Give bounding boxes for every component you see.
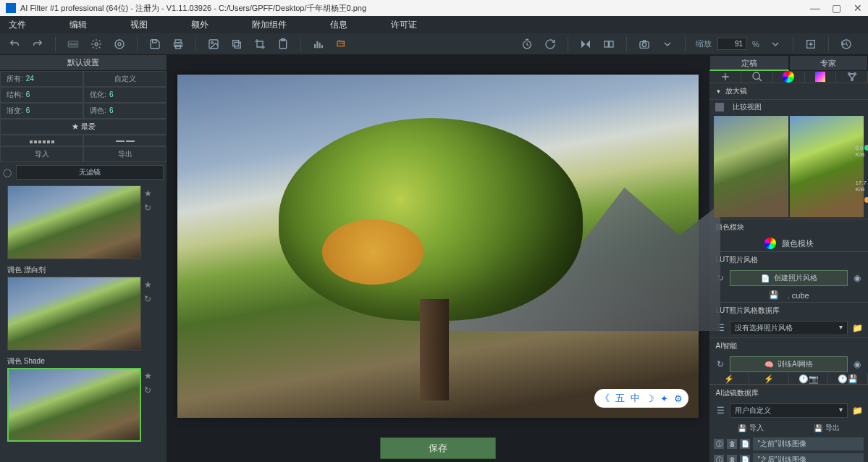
crop-icon[interactable] bbox=[250, 35, 270, 53]
info-icon[interactable]: ⓘ bbox=[714, 455, 724, 462]
ime-gear-icon[interactable]: ⚙ bbox=[674, 393, 683, 404]
raw-icon[interactable]: RAW bbox=[63, 35, 83, 53]
bolt-icon[interactable]: ⚡ bbox=[749, 374, 789, 384]
export-button[interactable]: 导出 bbox=[83, 146, 167, 162]
clock-camera-icon[interactable]: 🕐📷 bbox=[789, 374, 829, 384]
print-icon[interactable] bbox=[168, 35, 188, 53]
compare-box-icon[interactable] bbox=[715, 103, 724, 112]
ime-sparkle-icon[interactable]: ✦ bbox=[660, 393, 668, 404]
ai-export-button[interactable]: 💾导出 bbox=[791, 421, 864, 434]
layers-icon[interactable] bbox=[227, 35, 247, 53]
gear2-icon[interactable] bbox=[109, 35, 130, 53]
preset-thumbnail-2[interactable] bbox=[7, 277, 141, 350]
maximize-button[interactable]: ▢ bbox=[832, 3, 840, 13]
history-icon[interactable] bbox=[836, 35, 856, 53]
star-icon[interactable]: ★ bbox=[144, 280, 152, 290]
fit-icon[interactable] bbox=[801, 35, 821, 53]
folder-icon[interactable]: 📁 bbox=[851, 406, 864, 416]
before-image-label[interactable]: "之前"训练图像 bbox=[753, 437, 864, 450]
grid-view-icon[interactable] bbox=[0, 135, 83, 146]
menu-license[interactable]: 许可证 bbox=[391, 19, 417, 31]
create-lut-button[interactable]: 📄创建照片风格 bbox=[730, 270, 848, 286]
compare-preview[interactable]: 0.0K/B 17.7K/B bbox=[709, 114, 868, 219]
gear-icon[interactable] bbox=[86, 35, 106, 53]
preset-thumbnail-1[interactable] bbox=[7, 185, 141, 259]
ime-opt-2[interactable]: 中 bbox=[631, 392, 640, 405]
ime-overlay[interactable]: 《 五 中 ☽ ✦ ⚙ bbox=[594, 389, 688, 408]
image-icon[interactable] bbox=[203, 35, 224, 53]
close-button[interactable]: ✕ bbox=[854, 3, 862, 13]
filter-dropdown[interactable]: 无滤镜 bbox=[16, 165, 164, 180]
magnifier-section[interactable]: ▼放大镜 bbox=[709, 83, 868, 100]
menu-extra[interactable]: 额外 bbox=[191, 19, 208, 31]
color-wheel-icon[interactable] bbox=[764, 238, 776, 249]
ime-moon-icon[interactable]: ☽ bbox=[646, 393, 654, 404]
histogram-icon[interactable] bbox=[308, 35, 329, 53]
list-view-icon[interactable] bbox=[83, 135, 167, 146]
save-button[interactable]: 保存 bbox=[380, 437, 496, 459]
rotate-icon[interactable] bbox=[540, 35, 560, 53]
color-wheel-icon[interactable] bbox=[773, 71, 805, 83]
flip-h-icon[interactable] bbox=[576, 35, 596, 53]
doc-icon[interactable]: 📄 bbox=[740, 455, 750, 462]
refresh-icon[interactable]: ↻ bbox=[714, 359, 727, 369]
paste-icon[interactable] bbox=[273, 35, 293, 53]
ai-import-button[interactable]: 💾导入 bbox=[714, 421, 787, 434]
presets-custom[interactable]: 自定义 bbox=[83, 71, 167, 87]
save-small-icon[interactable]: 💾 bbox=[769, 290, 779, 300]
refresh-icon[interactable]: ↻ bbox=[144, 203, 152, 213]
menu-view[interactable]: 视图 bbox=[130, 19, 148, 31]
import-button[interactable]: 导入 bbox=[0, 146, 83, 162]
menu-edit[interactable]: 编辑 bbox=[69, 19, 87, 31]
ime-prev-icon[interactable]: 《 bbox=[600, 392, 610, 405]
tab-expert[interactable]: 专家 bbox=[789, 55, 868, 71]
cube-icon[interactable] bbox=[805, 71, 837, 83]
chevron-down-icon[interactable] bbox=[657, 35, 678, 53]
menu-file[interactable]: 文件 bbox=[9, 19, 26, 31]
save-icon[interactable] bbox=[145, 35, 165, 53]
search-icon[interactable] bbox=[741, 71, 773, 83]
folder-icon[interactable]: 📁 bbox=[851, 323, 864, 333]
zoom-value-input[interactable] bbox=[717, 38, 746, 50]
color-module-button[interactable]: 颜色模块 bbox=[782, 238, 814, 249]
list-icon[interactable]: ☰ bbox=[714, 406, 727, 416]
timer-icon[interactable] bbox=[517, 35, 537, 53]
presets-tone[interactable]: 调色:6 bbox=[83, 103, 167, 119]
trash-icon[interactable]: 🗑 bbox=[727, 455, 737, 462]
undo-icon[interactable] bbox=[4, 35, 25, 53]
train-ai-button[interactable]: 🧠训练AI网络 bbox=[730, 356, 848, 372]
redo-icon[interactable] bbox=[28, 35, 48, 53]
star-icon[interactable]: ★ bbox=[144, 371, 152, 381]
network-icon[interactable] bbox=[836, 71, 868, 83]
clock-save-icon[interactable]: 🕐💾 bbox=[828, 374, 868, 384]
trash-icon[interactable]: 🗑 bbox=[727, 439, 737, 449]
bolt-icon[interactable]: ⚡ bbox=[709, 374, 749, 384]
eye-icon[interactable]: ◉ bbox=[851, 273, 864, 283]
camera-icon[interactable] bbox=[634, 35, 654, 53]
radio-icon[interactable]: ◯ bbox=[3, 168, 12, 177]
preset-thumbnail-3-selected[interactable] bbox=[7, 368, 141, 442]
compare-icon[interactable] bbox=[599, 35, 619, 53]
chevron-down-icon[interactable] bbox=[765, 35, 785, 53]
tab-final[interactable]: 定稿 bbox=[709, 55, 788, 71]
minimize-button[interactable]: — bbox=[810, 3, 819, 13]
presets-optimize[interactable]: 优化:6 bbox=[83, 87, 167, 103]
info-icon[interactable]: ⓘ bbox=[714, 439, 724, 449]
batch-icon[interactable] bbox=[332, 35, 352, 53]
after-image-label[interactable]: "之后"训练图像 bbox=[753, 453, 864, 462]
presets-all[interactable]: 所有:24 bbox=[0, 71, 83, 87]
presets-gradient[interactable]: 渐变:6 bbox=[0, 103, 83, 119]
add-icon[interactable] bbox=[709, 71, 741, 83]
presets-structure[interactable]: 结构:6 bbox=[0, 87, 83, 103]
doc-icon[interactable]: 📄 bbox=[740, 439, 750, 449]
favorites[interactable]: ★ 最爱 bbox=[0, 119, 167, 135]
lutdb-dropdown[interactable]: 没有选择照片风格▾ bbox=[730, 321, 848, 335]
star-icon[interactable]: ★ bbox=[144, 188, 152, 198]
menu-info[interactable]: 信息 bbox=[330, 19, 347, 31]
eye-icon[interactable]: ◉ bbox=[851, 359, 864, 369]
refresh-icon[interactable]: ↻ bbox=[144, 294, 152, 304]
menu-addons[interactable]: 附加组件 bbox=[252, 19, 287, 31]
image-canvas[interactable]: 《 五 中 ☽ ✦ ⚙ bbox=[177, 75, 699, 418]
aidb-dropdown[interactable]: 用户自定义▾ bbox=[730, 403, 848, 418]
ime-opt-1[interactable]: 五 bbox=[615, 392, 625, 405]
